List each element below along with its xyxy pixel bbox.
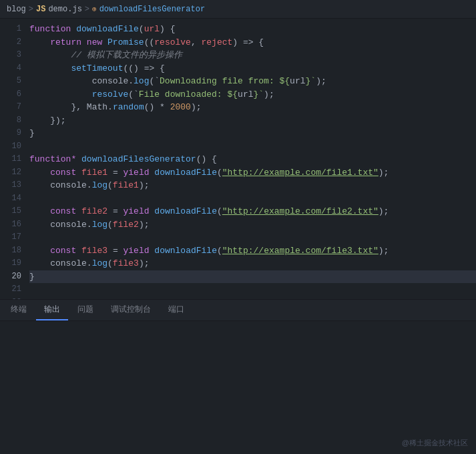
- breadcrumb-fn-name: downloadFilesGenerator: [99, 5, 205, 14]
- watermark: @稀土掘金技术社区: [402, 438, 468, 448]
- breadcrumb-sep2: >: [85, 5, 89, 14]
- code-editor: 1234567891011121314151617181920212223 fu…: [0, 19, 476, 299]
- code-line-6: resolve(`File downloaded: ${url}`);: [29, 88, 476, 101]
- terminal-tab-problems[interactable]: 问题: [69, 300, 101, 320]
- breadcrumb-blog[interactable]: blog: [7, 5, 26, 14]
- code-area[interactable]: function downloadFile(url) { return new …: [27, 19, 476, 299]
- terminal-tab-debug[interactable]: 调试控制台: [103, 300, 159, 320]
- code-line-8: });: [29, 114, 476, 128]
- code-line-17: [29, 231, 476, 244]
- terminal-tabs: 终端输出问题调试控制台端口: [0, 300, 476, 321]
- breadcrumb-sep1: >: [29, 5, 33, 14]
- terminal-panel: 终端输出问题调试控制台端口 @稀土掘金技术社区: [0, 299, 476, 454]
- code-line-3: // 模拟下载文件的异步操作: [29, 49, 476, 62]
- code-line-7: }, Math.random() * 2000);: [29, 101, 476, 114]
- code-line-1: function downloadFile(url) {: [29, 23, 476, 36]
- code-line-13: console.log(file1);: [29, 179, 476, 192]
- code-line-19: console.log(file3);: [29, 257, 476, 270]
- code-line-4: setTimeout(() => {: [29, 62, 476, 75]
- code-line-18: const file3 = yield downloadFile("http:/…: [29, 244, 476, 258]
- code-line-22: function runGenerator(generator) {: [29, 296, 476, 300]
- code-line-12: const file1 = yield downloadFile("http:/…: [29, 166, 476, 180]
- code-line-10: [29, 140, 476, 154]
- terminal-tab-port[interactable]: 端口: [160, 300, 192, 320]
- code-line-11: function* downloadFilesGenerator() {: [29, 153, 476, 166]
- line-numbers: 1234567891011121314151617181920212223: [0, 19, 27, 299]
- terminal-tab-output[interactable]: 输出: [36, 300, 68, 320]
- code-line-16: console.log(file2);: [29, 218, 476, 232]
- code-line-5: console.log(`Downloading file from: ${ur…: [29, 75, 476, 88]
- code-line-14: [29, 192, 476, 206]
- breadcrumb-fn-icon: ⊕: [92, 5, 97, 13]
- code-line-9: }: [29, 127, 476, 140]
- terminal-body: @稀土掘金技术社区: [0, 321, 476, 454]
- code-line-2: return new Promise((resolve, reject) => …: [29, 36, 476, 49]
- breadcrumb: blog > JS demo.js > ⊕ downloadFilesGener…: [0, 0, 476, 19]
- code-line-20: }: [29, 270, 476, 284]
- code-line-15: const file2 = yield downloadFile("http:/…: [29, 205, 476, 218]
- breadcrumb-js-icon: JS: [36, 5, 45, 14]
- terminal-tab-terminal[interactable]: 终端: [3, 300, 35, 320]
- breadcrumb-filename[interactable]: demo.js: [48, 5, 81, 14]
- code-line-21: [29, 283, 476, 296]
